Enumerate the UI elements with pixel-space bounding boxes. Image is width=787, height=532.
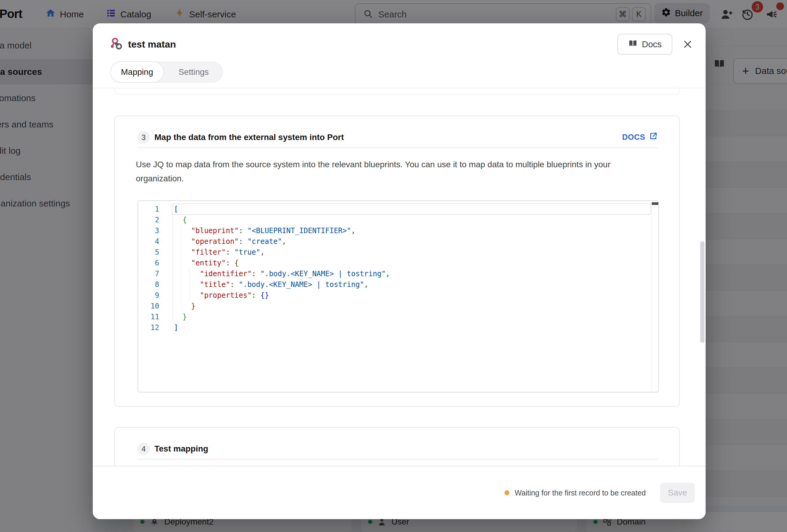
code-line-9: "properties": {} [174,290,650,301]
code-line-1: [ [174,204,650,215]
code-line-11: } [174,312,650,322]
editor-scrollbar-thumb[interactable] [652,202,659,205]
editor-scrollbar-track [651,201,652,392]
modal-tabs: Mapping Settings [110,61,223,83]
modal-scrollbar-thumb[interactable] [700,241,704,343]
previous-section-card-edge [114,88,680,94]
line-number: 1 [138,204,165,215]
line-number: 11 [138,312,165,322]
webhook-icon [109,37,123,52]
docs-link[interactable]: DOCS [622,132,658,143]
close-icon[interactable] [680,37,695,51]
code-line-5: "filter": "true", [174,247,650,258]
indent-guide [172,215,173,322]
step-number-badge: 3 [137,131,150,144]
section-test-mapping-card: 4 Test mapping [114,427,680,466]
tab-mapping[interactable]: Mapping [110,61,164,83]
code-line-10: } [174,301,650,312]
save-button[interactable]: Save [660,483,695,503]
modal-title: test matan [128,39,176,50]
line-number: 3 [138,225,165,236]
code-line-8: "title": ".body.<KEY_NAME> | tostring", [174,279,650,290]
code-line-4: "operation": "create", [174,236,650,247]
line-number: 8 [138,279,165,290]
jq-mapping-editor[interactable]: 123456789101112 [ { "blueprint": "<BLUEP… [137,200,659,392]
docs-button[interactable]: Docs [617,34,673,55]
code-line-6: "entity": { [174,258,650,269]
code-content[interactable]: [ { "blueprint": "<BLUEPRINT_IDENTIFIER>… [174,204,650,333]
docs-link-label: DOCS [622,132,645,142]
code-line-2: { [174,215,650,225]
line-number: 6 [138,258,165,269]
modal-footer: Waiting for the first record to be creat… [93,466,706,519]
line-number: 12 [138,322,165,333]
code-line-7: "identifier": ".body.<KEY_NAME> | tostri… [174,269,650,279]
app-root: Port Home Catalog Self-service [0,0,787,532]
book-icon [628,39,638,50]
line-number: 10 [138,301,165,312]
line-number: 2 [138,215,165,225]
docs-button-label: Docs [642,40,662,49]
step-number-badge: 4 [137,443,150,455]
line-number: 4 [138,236,165,247]
waiting-status-dot [505,490,509,495]
section-divider [137,148,658,148]
status-message: Waiting for the first record to be creat… [505,489,646,497]
section-divider [137,459,658,460]
code-line-12: ] [174,322,650,333]
data-source-modal: test matan Docs Mapping Settings 3 Map t… [93,23,706,519]
tab-settings[interactable]: Settings [164,61,223,83]
line-number: 7 [138,269,165,279]
section-title: Map the data from the external system in… [154,131,344,144]
line-number: 9 [138,290,165,301]
section-description: Use JQ to map data from the source syste… [136,157,654,186]
code-line-3: "blueprint": "<BLUEPRINT_IDENTIFIER>", [174,225,650,236]
line-number-gutter: 123456789101112 [138,204,165,333]
line-number: 5 [138,247,165,258]
external-link-icon [649,132,658,143]
section-title: Test mapping [154,443,208,455]
section-map-data-card: 3 Map the data from the external system … [114,115,680,407]
status-text: Waiting for the first record to be creat… [515,489,646,497]
